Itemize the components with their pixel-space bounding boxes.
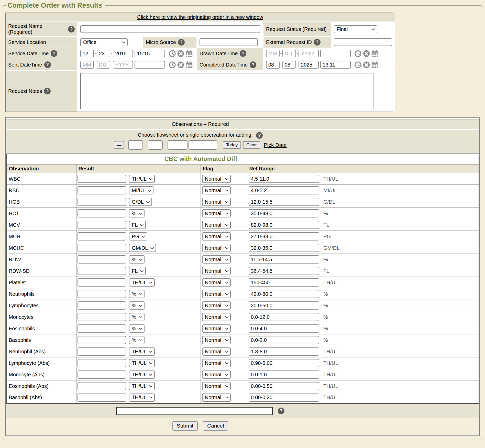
result-input[interactable] bbox=[78, 290, 126, 298]
clock-icon[interactable] bbox=[169, 61, 176, 69]
clock-icon[interactable] bbox=[354, 50, 362, 57]
drawn-day-input[interactable] bbox=[282, 50, 296, 57]
result-input[interactable] bbox=[78, 382, 126, 390]
result-unit-select[interactable]: TH/UL bbox=[129, 347, 155, 356]
result-unit-select[interactable]: % bbox=[129, 313, 145, 321]
request-status-select[interactable]: Final bbox=[334, 25, 377, 33]
ref-range-input[interactable] bbox=[249, 313, 319, 321]
flag-select[interactable]: Normal bbox=[202, 336, 231, 344]
ref-range-input[interactable] bbox=[249, 186, 319, 194]
ref-range-input[interactable] bbox=[249, 347, 319, 356]
result-unit-select[interactable]: % bbox=[129, 209, 145, 217]
completed-month-input[interactable] bbox=[266, 61, 280, 69]
ref-range-input[interactable] bbox=[249, 336, 319, 344]
sent-day-input[interactable] bbox=[97, 61, 110, 69]
result-input[interactable] bbox=[78, 301, 126, 310]
flag-select[interactable]: Normal bbox=[202, 394, 231, 402]
ref-range-input[interactable] bbox=[249, 382, 319, 390]
result-input[interactable] bbox=[78, 370, 126, 379]
submit-button[interactable]: Submit bbox=[172, 421, 198, 431]
flag-select[interactable]: Normal bbox=[202, 244, 231, 252]
result-unit-select[interactable]: % bbox=[129, 324, 145, 333]
ref-range-input[interactable] bbox=[249, 290, 319, 298]
sent-year-input[interactable] bbox=[113, 61, 133, 69]
result-input[interactable] bbox=[78, 186, 126, 194]
today-button[interactable]: Today bbox=[223, 141, 241, 149]
drawn-time-input[interactable] bbox=[320, 50, 351, 57]
ref-range-input[interactable] bbox=[249, 221, 319, 229]
add-date-day-input[interactable] bbox=[148, 140, 163, 150]
ref-range-input[interactable] bbox=[249, 324, 319, 333]
add-date-time-input[interactable] bbox=[189, 140, 217, 150]
completed-time-input[interactable] bbox=[320, 61, 351, 69]
pick-date-link[interactable]: Pick Date bbox=[264, 142, 287, 148]
ref-range-input[interactable] bbox=[249, 267, 319, 275]
micro-source-input[interactable] bbox=[200, 38, 258, 46]
ref-range-input[interactable] bbox=[249, 209, 319, 217]
request-notes-textarea[interactable] bbox=[80, 73, 373, 109]
ref-range-input[interactable] bbox=[249, 301, 319, 310]
ref-range-input[interactable] bbox=[249, 255, 319, 264]
calendar-icon[interactable] bbox=[371, 50, 379, 57]
sent-month-input[interactable] bbox=[80, 61, 94, 69]
ref-range-input[interactable] bbox=[249, 198, 319, 206]
request-name-input[interactable] bbox=[80, 25, 260, 33]
result-unit-select[interactable]: % bbox=[129, 336, 145, 344]
flag-select[interactable]: Normal bbox=[202, 267, 231, 275]
ref-range-input[interactable] bbox=[249, 278, 319, 287]
flag-select[interactable]: Normal bbox=[202, 278, 231, 287]
service-location-select[interactable]: Office bbox=[80, 38, 128, 46]
remove-flowsheet-button[interactable]: — bbox=[114, 141, 124, 149]
clear-date-icon[interactable] bbox=[177, 50, 184, 57]
flag-select[interactable]: Normal bbox=[202, 313, 231, 321]
result-unit-select[interactable]: TH/UL bbox=[129, 175, 155, 183]
clock-icon[interactable] bbox=[169, 50, 176, 57]
service-day-input[interactable] bbox=[97, 50, 110, 57]
ref-range-input[interactable] bbox=[249, 370, 319, 379]
service-time-input[interactable] bbox=[135, 50, 165, 57]
flag-select[interactable]: Normal bbox=[202, 186, 231, 194]
result-unit-select[interactable]: G/DL bbox=[129, 198, 152, 206]
result-input[interactable] bbox=[78, 313, 126, 321]
flag-select[interactable]: Normal bbox=[202, 347, 231, 356]
cancel-button[interactable]: Cancel bbox=[203, 421, 228, 431]
result-input[interactable] bbox=[78, 198, 126, 206]
completed-year-input[interactable] bbox=[299, 61, 319, 69]
result-unit-select[interactable]: GM/DL bbox=[129, 244, 156, 252]
result-unit-select[interactable]: MI/UL bbox=[129, 186, 153, 194]
service-year-input[interactable] bbox=[113, 50, 133, 57]
result-unit-select[interactable]: FL bbox=[129, 267, 146, 275]
flag-select[interactable]: Normal bbox=[202, 255, 231, 264]
result-input[interactable] bbox=[78, 175, 126, 183]
add-date-month-input[interactable] bbox=[128, 140, 143, 150]
ref-range-input[interactable] bbox=[249, 244, 319, 252]
result-input[interactable] bbox=[78, 278, 126, 287]
flag-select[interactable]: Normal bbox=[202, 301, 231, 310]
result-input[interactable] bbox=[78, 394, 126, 402]
ref-range-input[interactable] bbox=[249, 359, 319, 367]
clear-button[interactable]: Clear bbox=[243, 141, 260, 149]
clear-date-icon[interactable] bbox=[363, 50, 370, 57]
flag-select[interactable]: Normal bbox=[202, 324, 231, 333]
result-unit-select[interactable]: % bbox=[129, 301, 145, 310]
external-request-id-input[interactable] bbox=[334, 38, 392, 46]
completed-day-input[interactable] bbox=[282, 61, 296, 69]
ref-range-input[interactable] bbox=[249, 175, 319, 183]
result-unit-select[interactable]: TH/UL bbox=[129, 370, 155, 379]
result-unit-select[interactable]: TH/UL bbox=[129, 278, 155, 287]
flag-select[interactable]: Normal bbox=[202, 359, 231, 367]
result-unit-select[interactable]: TH/UL bbox=[129, 382, 155, 390]
flag-select[interactable]: Normal bbox=[202, 198, 231, 206]
observation-note-input[interactable] bbox=[116, 407, 273, 415]
ref-range-input[interactable] bbox=[249, 232, 319, 241]
result-input[interactable] bbox=[78, 232, 126, 241]
result-unit-select[interactable]: % bbox=[129, 255, 145, 264]
flag-select[interactable]: Normal bbox=[202, 209, 231, 217]
flag-select[interactable]: Normal bbox=[202, 175, 231, 183]
result-input[interactable] bbox=[78, 209, 126, 217]
result-input[interactable] bbox=[78, 221, 126, 229]
drawn-month-input[interactable] bbox=[266, 50, 280, 57]
result-unit-select[interactable]: FL bbox=[129, 221, 146, 229]
result-unit-select[interactable]: PG bbox=[129, 232, 147, 241]
flag-select[interactable]: Normal bbox=[202, 290, 231, 298]
